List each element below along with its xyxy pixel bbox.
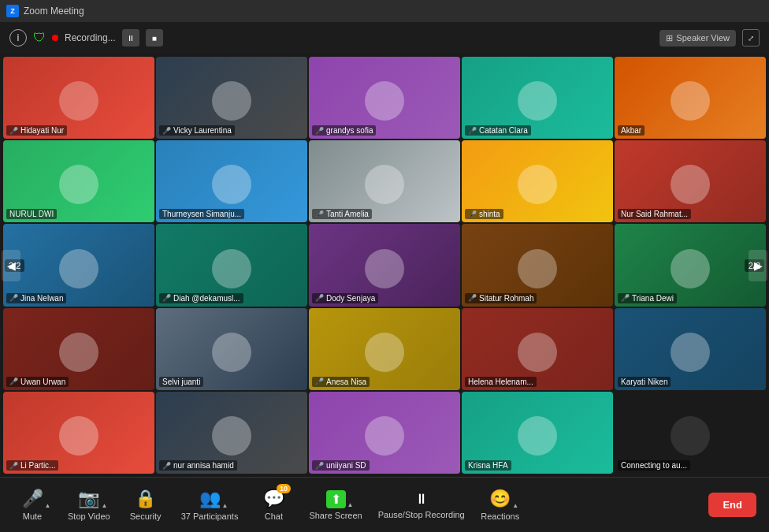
mute-caret-icon: ▲ — [45, 502, 51, 509]
bottom-toolbar: 🎤 ▲ Mute 📷 ▲ Stop Video 🔒 Security 👥 ▲ — [0, 477, 769, 532]
video-tile-akbar: Akbar — [615, 57, 766, 139]
end-meeting-button[interactable]: End — [708, 493, 756, 517]
mic-muted-icon: 🎤 — [315, 462, 324, 470]
share-screen-label: Share Screen — [309, 511, 362, 520]
participants-button[interactable]: 👥 ▲ 37 Participants — [181, 489, 239, 521]
participant-name-catatan: 🎤 Catatan Clara — [465, 125, 531, 136]
mute-icon-wrap: 🎤 ▲ — [22, 489, 43, 509]
pause-recording-icon-wrap: ⏸ — [414, 491, 429, 508]
video-tile-nur-said: Nur Said Rahmat... — [615, 140, 766, 222]
chat-button[interactable]: 💬 10 Chat — [254, 489, 293, 521]
video-row-4: 🎤 Uwan Urwan Selvi juanti 🎤 Anesa Nisa H… — [3, 308, 766, 390]
video-tile-karyati: Karyati Niken — [615, 308, 766, 390]
participant-name-shinta: 🎤 shinta — [465, 209, 503, 219]
video-tile-sitatur: 🎤 Sitatur Rohmah — [462, 224, 613, 306]
mute-label: Mute — [23, 512, 42, 521]
video-tile-anesa: 🎤 Anesa Nisa — [309, 308, 460, 390]
video-tile-selvi: Selvi juanti — [156, 308, 307, 390]
participants-icon-wrap: 👥 ▲ — [199, 489, 221, 509]
participant-name-tanti: 🎤 Tanti Amelia — [312, 209, 372, 219]
window-title: Zoom Meeting — [24, 6, 84, 17]
security-label: Security — [130, 512, 162, 521]
grid-icon: ⊞ — [666, 33, 673, 43]
video-tile-nurul: NURUL DWI — [3, 140, 154, 222]
video-tile-dody: 🎤 Dody Senjaya — [309, 224, 460, 306]
video-tile-diah: 🎤 Diah @dekamusl... — [156, 224, 307, 306]
video-tile-vicky: 🎤 Vicky Laurentina — [156, 57, 307, 139]
video-tile-li: 🎤 Li Partic... — [3, 392, 154, 474]
mic-icon: 🎤 — [22, 489, 43, 509]
video-row-5: 🎤 Li Partic... 🎤 nur annisa hamid 🎤 unii… — [3, 392, 766, 474]
video-tile-catatan: 🎤 Catatan Clara — [462, 57, 613, 139]
mic-muted-icon: 🎤 — [468, 210, 477, 218]
stop-video-button[interactable]: 📷 ▲ Stop Video — [68, 489, 110, 521]
participant-name-selvi: Selvi juanti — [159, 377, 203, 387]
next-page-button[interactable]: ▶ — [749, 250, 767, 281]
participant-name-li: 🎤 Li Partic... — [6, 460, 58, 471]
top-bar: i 🛡 Recording... ⏸ ■ ⊞ Speaker View ⤢ — [0, 22, 769, 54]
video-tile-tanti: 🎤 Tanti Amelia — [309, 140, 460, 222]
mic-muted-icon: 🎤 — [468, 127, 477, 135]
participant-name-dody: 🎤 Dody Senjaya — [312, 293, 378, 303]
info-button[interactable]: i — [9, 29, 27, 47]
participants-label: 37 Participants — [181, 512, 239, 521]
security-button[interactable]: 🔒 Security — [126, 489, 165, 521]
mic-muted-icon: 🎤 — [9, 378, 18, 385]
share-screen-button[interactable]: ⬆ ▲ Share Screen — [309, 490, 362, 520]
video-tile-jina: 🎤 Jina Nelwan — [3, 224, 154, 306]
chat-badge: 10 — [277, 484, 291, 493]
mic-muted-icon: 🎤 — [315, 294, 324, 302]
chat-icon-wrap: 💬 10 — [263, 489, 284, 509]
video-grid: ◀ ▶ 🎤 Hidayati Nur 🎤 Vicky Laurentina 🎤 … — [0, 54, 769, 477]
participants-icon: 👥 — [199, 489, 221, 509]
fullscreen-button[interactable]: ⤢ — [742, 29, 760, 47]
participant-name-nur-said: Nur Said Rahmat... — [618, 209, 691, 219]
participant-name-jina: 🎤 Jina Nelwan — [6, 293, 66, 303]
participant-name-helena: Helena Helenam... — [465, 377, 537, 387]
participant-name-grandys: 🎤 grandys sofia — [312, 125, 376, 136]
participant-name-krisna: Krisna HFA — [465, 460, 511, 471]
video-row-1: 🎤 Hidayati Nur 🎤 Vicky Laurentina 🎤 gran… — [3, 57, 766, 139]
lock-icon: 🔒 — [135, 489, 156, 509]
pause-recording-button[interactable]: ⏸ — [122, 29, 139, 47]
video-tile-grandys: 🎤 grandys sofia — [309, 57, 460, 139]
participant-name-diah: 🎤 Diah @dekamusl... — [159, 293, 243, 303]
pause-recording-label: Pause/Stop Recording — [378, 510, 465, 519]
share-screen-icon: ⬆ — [326, 490, 346, 508]
reactions-label: Reactions — [481, 512, 519, 521]
share-screen-icon-wrap: ⬆ ▲ — [326, 490, 346, 508]
pause-stop-recording-button[interactable]: ⏸ Pause/Stop Recording — [378, 491, 465, 519]
share-caret-icon: ▲ — [347, 501, 354, 508]
stop-video-icon-wrap: 📷 ▲ — [78, 489, 99, 509]
chat-label: Chat — [265, 512, 283, 521]
top-left-controls: i 🛡 Recording... ⏸ ■ — [9, 29, 163, 47]
mic-muted-icon: 🎤 — [621, 294, 630, 302]
participant-name-nur-annisa: 🎤 nur annisa hamid — [159, 460, 237, 471]
participant-name-connecting: Connecting to au... — [618, 460, 690, 471]
stop-recording-button[interactable]: ■ — [146, 29, 163, 47]
top-right-controls: ⊞ Speaker View ⤢ — [659, 29, 760, 47]
video-tile-nur-annisa: 🎤 nur annisa hamid — [156, 392, 307, 474]
participant-name-uwan: 🎤 Uwan Urwan — [6, 377, 69, 387]
recording-dot-icon — [52, 35, 58, 41]
reactions-caret-icon: ▲ — [512, 502, 518, 509]
toolbar-left-group: 🎤 ▲ Mute 📷 ▲ Stop Video 🔒 Security 👥 ▲ — [13, 489, 520, 521]
participant-name-karyati: Karyati Niken — [618, 377, 671, 387]
mute-button[interactable]: 🎤 ▲ Mute — [13, 489, 52, 521]
mic-muted-icon: 🎤 — [162, 462, 171, 470]
participant-name-triana: 🎤 Triana Dewi — [618, 293, 677, 303]
mic-muted-icon: 🎤 — [315, 127, 324, 135]
security-shield-icon: 🛡 — [33, 31, 46, 45]
security-icon-wrap: 🔒 — [135, 489, 156, 509]
reactions-button[interactable]: 😊 ▲ Reactions — [481, 489, 520, 521]
participant-name-akbar: Akbar — [618, 125, 645, 136]
prev-page-button[interactable]: ◀ — [2, 250, 20, 281]
video-row-2: NURUL DWI Thurneysen Simanju... 🎤 Tanti … — [3, 140, 766, 222]
speaker-view-button[interactable]: ⊞ Speaker View — [659, 30, 736, 47]
video-tile-connecting: Connecting to au... — [615, 392, 766, 474]
video-tile-uniiyani: 🎤 uniiyani SD — [309, 392, 460, 474]
camera-icon: 📷 — [78, 489, 99, 509]
video-tile-helena: Helena Helenam... — [462, 308, 613, 390]
video-tile-shinta: 🎤 shinta — [462, 140, 613, 222]
pause-icon: ⏸ — [414, 491, 429, 508]
